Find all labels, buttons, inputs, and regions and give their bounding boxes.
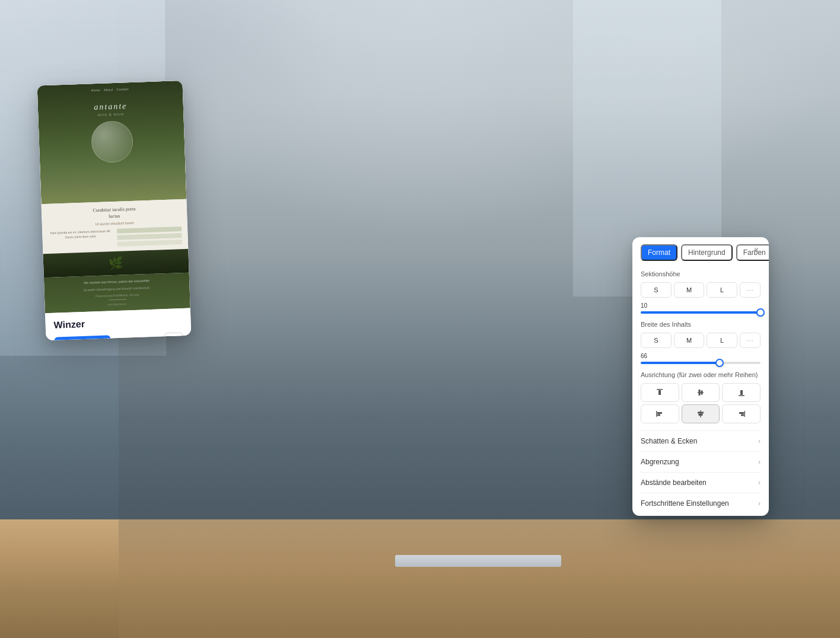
green-section-link: entdecken — [50, 300, 184, 308]
advanced-label: Fortschrittene Einstellungen — [641, 499, 729, 508]
align-middle-button[interactable] — [682, 383, 720, 402]
shadows-chevron: › — [758, 437, 761, 445]
section-height-sizes: S M L ··· — [641, 282, 761, 298]
panel-header: Format Hintergrund Farben × — [632, 237, 769, 266]
svg-rect-8 — [656, 411, 657, 417]
align-right-icon — [737, 410, 746, 418]
card-bottom: Winzer Installieren — [45, 308, 191, 340]
align-top-icon — [656, 388, 664, 397]
section-height-thumb[interactable] — [756, 308, 765, 317]
svg-rect-1 — [657, 389, 663, 390]
website-hero-image — [90, 120, 133, 163]
svg-rect-6 — [739, 395, 744, 397]
svg-rect-13 — [698, 414, 702, 416]
align-left-icon — [656, 410, 664, 418]
website-preview: Home About Contact antante wine & more — [37, 81, 187, 204]
svg-rect-14 — [744, 411, 745, 417]
size-more-button-width[interactable]: ··· — [740, 333, 761, 348]
content-width-track — [641, 362, 761, 364]
svg-rect-4 — [698, 390, 700, 395]
advanced-chevron: › — [758, 499, 761, 508]
alignment-grid — [641, 383, 761, 423]
svg-rect-16 — [741, 414, 744, 416]
close-button[interactable]: × — [751, 244, 762, 255]
content-width-value: 66 — [641, 353, 761, 359]
border-row[interactable]: Abgrenzung › — [641, 451, 761, 472]
website-header: Home About Contact antante wine & more — [37, 81, 187, 204]
shadows-label: Schatten & Ecken — [641, 437, 697, 445]
website-logo: antante — [94, 101, 128, 112]
size-s-button-width[interactable]: S — [641, 333, 672, 348]
website-content-section: Curabitur iaculis portaluctus Ut auctor … — [42, 199, 189, 254]
spacing-label: Abstände bearbeiten — [641, 478, 707, 487]
section-height-value: 10 — [641, 302, 761, 309]
align-top-button[interactable] — [641, 383, 679, 402]
align-middle-icon — [696, 388, 705, 397]
size-l-button-width[interactable]: L — [707, 333, 737, 348]
section-height-slider[interactable]: 10 — [641, 302, 761, 314]
advanced-row[interactable]: Fortschrittene Einstellungen › — [641, 493, 761, 508]
alignment-label: Ausrichtung (für zwei oder mehr Reihen) — [641, 371, 761, 378]
align-center-button[interactable] — [682, 404, 720, 423]
align-left-button[interactable] — [641, 404, 679, 423]
section-height-track — [641, 311, 761, 314]
svg-rect-5 — [701, 391, 702, 395]
spacing-chevron: › — [758, 478, 761, 487]
size-s-button-height[interactable]: S — [641, 282, 672, 298]
size-more-button-height[interactable]: ··· — [740, 282, 761, 298]
tab-hintergrund[interactable]: Hintergrund — [681, 244, 733, 261]
border-label: Abgrenzung — [641, 458, 679, 466]
website-green-section: Wir möchten eine Person, jedoch das vorz… — [44, 273, 190, 314]
content-width-fill — [641, 362, 720, 364]
website-content-title: Curabitur iaculis portaluctus — [47, 204, 182, 222]
nav-item-2: About — [104, 88, 113, 92]
svg-rect-12 — [698, 412, 704, 414]
svg-rect-9 — [657, 412, 662, 414]
nav-item-1: Home — [91, 88, 100, 92]
website-content-body: Nam gravida est mi, interdum ullamcorper… — [48, 229, 113, 240]
border-chevron: › — [758, 458, 761, 466]
align-right-button[interactable] — [722, 404, 761, 423]
content-width-slider[interactable]: 66 — [641, 353, 761, 364]
section-height-label: Sektionshöhe — [641, 270, 761, 277]
shadows-row[interactable]: Schatten & Ecken › — [641, 430, 761, 451]
svg-rect-7 — [740, 390, 743, 395]
align-bottom-icon — [737, 388, 746, 397]
laptop — [395, 555, 561, 567]
template-title: Winzer — [53, 315, 182, 331]
template-card: Home About Contact antante wine & more C… — [37, 81, 192, 340]
align-center-icon — [696, 410, 705, 418]
panel-body: Sektionshöhe S M L ··· 10 Breite des Inh… — [632, 266, 769, 516]
nav-item-3: Contact — [116, 87, 129, 91]
format-panel: Format Hintergrund Farben × Sektionshöhe… — [632, 237, 769, 516]
svg-rect-2 — [658, 390, 661, 395]
size-m-button-height[interactable]: M — [674, 282, 705, 298]
content-width-thumb[interactable] — [715, 359, 724, 367]
size-m-button-width[interactable]: M — [674, 333, 705, 348]
svg-rect-10 — [657, 414, 660, 416]
content-width-sizes: S M L ··· — [641, 333, 761, 348]
content-width-label: Breite des Inhalts — [641, 321, 761, 328]
align-bottom-button[interactable] — [722, 383, 761, 402]
section-height-fill — [641, 311, 761, 314]
svg-rect-15 — [739, 412, 744, 414]
spacing-row[interactable]: Abstände bearbeiten › — [641, 472, 761, 493]
website-subtitle: wine & more — [98, 112, 125, 117]
size-l-button-height[interactable]: L — [707, 282, 737, 298]
tab-format[interactable]: Format — [641, 244, 677, 261]
